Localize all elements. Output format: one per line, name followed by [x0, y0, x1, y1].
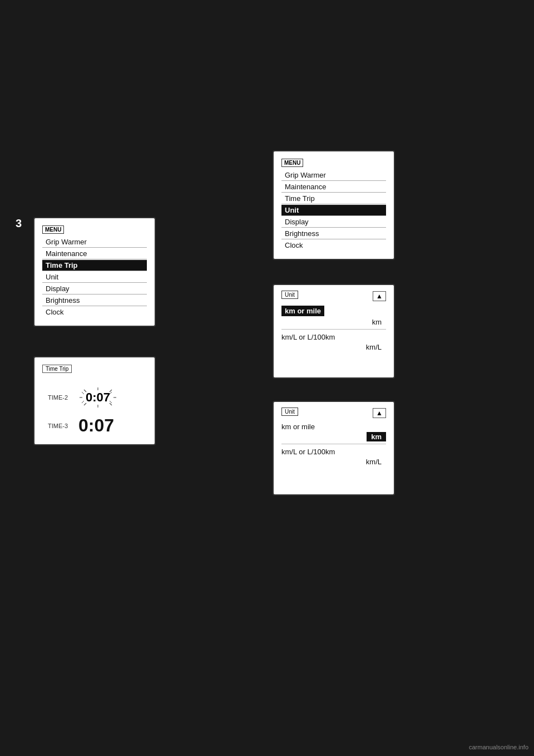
menu-panel-unit: MENU Grip Warmer Maintenance Time Trip U… [273, 150, 395, 260]
unit-option-row1-5: km or mile [281, 423, 386, 431]
unit-panel-5: Unit ▲ km or mile km km/L or L/100km km/… [273, 401, 395, 495]
unit-header-4: Unit ▲ [281, 291, 386, 302]
unit-option-row2-5: km/L or L/100km [281, 448, 386, 456]
time-trip-tag: Time Trip [42, 365, 72, 373]
unit-tag-4: Unit [281, 291, 298, 299]
menu-item-grip-warmer-3[interactable]: Grip Warmer [281, 170, 386, 181]
time3-row: TIME-3 0:07 [48, 415, 141, 436]
time-display-area: TIME-2 0:07 [42, 384, 147, 438]
page-number: 3 [16, 217, 22, 230]
time3-value: 0:07 [78, 415, 114, 436]
menu-item-brightness-1[interactable]: Brightness [42, 295, 147, 306]
watermark: carmanualsonline.info [469, 744, 528, 750]
menu-panel-timetrip: MENU Grip Warmer Maintenance Time Trip U… [33, 217, 156, 327]
menu-item-time-trip-1[interactable]: Time Trip [42, 260, 147, 271]
up-arrow-5[interactable]: ▲ [373, 408, 386, 418]
time2-value: 0:07 [78, 386, 117, 409]
menu-item-grip-warmer-1[interactable]: Grip Warmer [42, 237, 147, 248]
menu-item-brightness-3[interactable]: Brightness [281, 228, 386, 239]
unit-km-l-label-5[interactable]: km/L or L/100km [281, 448, 335, 456]
unit-tag-5: Unit [281, 408, 298, 416]
menu-item-unit-3[interactable]: Unit [281, 205, 386, 216]
separator-5 [281, 444, 386, 444]
up-arrow-4[interactable]: ▲ [373, 291, 386, 301]
menu-item-maintenance-3[interactable]: Maintenance [281, 181, 386, 193]
menu-item-display-3[interactable]: Display [281, 217, 386, 228]
menu-tag-3: MENU [281, 159, 303, 167]
unit-km-value-5[interactable]: km [367, 432, 386, 441]
time2-row: TIME-2 0:07 [48, 386, 141, 409]
menu-tag-1: MENU [42, 225, 64, 234]
menu-item-display-1[interactable]: Display [42, 283, 147, 294]
menu-item-unit-1[interactable]: Unit [42, 272, 147, 283]
unit-km-or-mile-label-5[interactable]: km or mile [281, 423, 315, 431]
unit-km-or-mile-label-4[interactable]: km or mile [281, 306, 324, 316]
unit-header-5: Unit ▲ [281, 408, 386, 419]
unit-km-l-label-4[interactable]: km/L or L/100km [281, 333, 335, 341]
time3-label: TIME-3 [48, 423, 78, 429]
unit-kml-value-5[interactable]: km/L [362, 457, 386, 467]
separator-4 [281, 329, 386, 330]
unit-kml-value-4[interactable]: km/L [362, 342, 386, 352]
unit-option-row2-4: km/L or L/100km [281, 333, 386, 341]
menu-item-clock-1[interactable]: Clock [42, 307, 147, 317]
unit-option-row1-4: km or mile [281, 306, 386, 316]
time-trip-panel: Time Trip TIME-2 [33, 356, 156, 445]
menu-item-time-trip-3[interactable]: Time Trip [281, 193, 386, 204]
unit-panel-4: Unit ▲ km or mile km km/L or L/100km km/… [273, 284, 395, 379]
unit-km-value-4[interactable]: km [368, 317, 386, 327]
menu-item-clock-3[interactable]: Clock [281, 240, 386, 251]
time2-starburst: 0:07 [78, 386, 117, 409]
time2-label: TIME-2 [48, 394, 78, 401]
menu-item-maintenance-1[interactable]: Maintenance [42, 248, 147, 259]
